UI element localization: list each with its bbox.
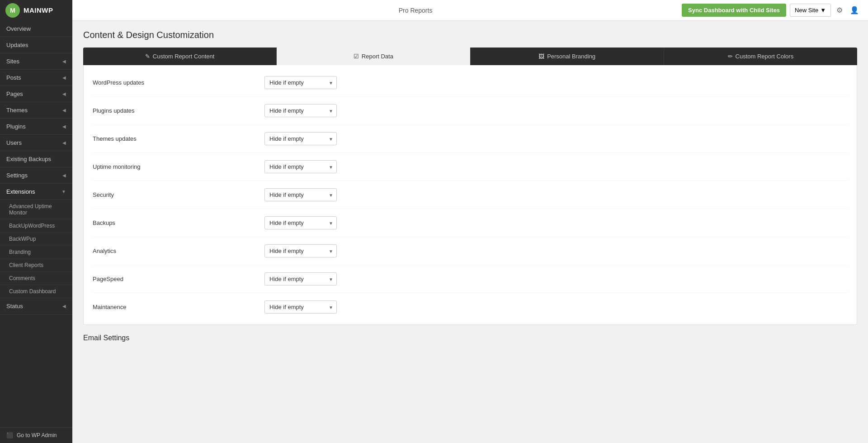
sidebar-label-plugins: Plugins — [6, 123, 26, 130]
settings-icon-button[interactable]: ⚙ — [835, 4, 844, 16]
sidebar-item-updates[interactable]: Updates — [0, 37, 72, 53]
tab-label-report-data: Report Data — [362, 53, 393, 60]
form-row-maintanence: Maintanence Hide if empty Always show Al… — [93, 293, 848, 321]
new-site-button[interactable]: New Site ▼ — [790, 4, 831, 17]
sidebar-sub-item-backwpup[interactable]: BackWPup — [0, 233, 72, 246]
label-themes-updates: Themes updates — [93, 135, 264, 142]
sub-label-client-reports: Client Reports — [9, 262, 43, 268]
themes-arrow-icon: ◀ — [62, 108, 66, 113]
checkbox-icon: ☑ — [354, 53, 359, 60]
sidebar-label-sites: Sites — [6, 58, 19, 65]
sidebar-sub-item-client-reports[interactable]: Client Reports — [0, 259, 72, 272]
select-themes-updates[interactable]: Hide if empty Always show Always hide — [264, 132, 337, 145]
sidebar-item-users[interactable]: Users ◀ — [0, 135, 72, 151]
content-panel: WordPress updates Hide if empty Always s… — [83, 65, 857, 325]
select-wrap-themes-updates: Hide if empty Always show Always hide ▼ — [264, 132, 337, 145]
sidebar-item-sites[interactable]: Sites ◀ — [0, 53, 72, 70]
select-uptime-monitoring[interactable]: Hide if empty Always show Always hide — [264, 160, 337, 173]
select-wordpress-updates[interactable]: Hide if empty Always show Always hide — [264, 76, 337, 89]
sidebar-label-themes: Themes — [6, 107, 28, 114]
sidebar-item-settings[interactable]: Settings ◀ — [0, 167, 72, 184]
sub-label-custom-dashboard: Custom Dashboard — [9, 288, 56, 295]
sidebar-label-existing-backups: Existing Backups — [6, 156, 51, 162]
label-pagespeed: PageSpeed — [93, 276, 264, 282]
logo-area: M MAINWP — [0, 0, 72, 21]
sidebar-item-pages[interactable]: Pages ◀ — [0, 86, 72, 102]
tab-report-data[interactable]: ☑ Report Data — [277, 48, 470, 65]
sidebar-item-overview[interactable]: Overview — [0, 21, 72, 37]
form-row-backups: Backups Hide if empty Always show Always… — [93, 209, 848, 237]
form-row-plugins-updates: Plugins updates Hide if empty Always sho… — [93, 97, 848, 125]
header-page-title: Pro Reports — [322, 7, 433, 14]
select-pagespeed[interactable]: Hide if empty Always show Always hide — [264, 272, 337, 286]
sidebar-label-users: Users — [6, 139, 22, 146]
sidebar-item-status[interactable]: Status ◀ — [0, 298, 72, 314]
form-row-pagespeed: PageSpeed Hide if empty Always show Alwa… — [93, 265, 848, 293]
select-wrap-uptime-monitoring: Hide if empty Always show Always hide ▼ — [264, 160, 337, 173]
mainwp-logo-icon: M — [5, 3, 20, 18]
sidebar-item-posts[interactable]: Posts ◀ — [0, 70, 72, 86]
top-header: M MAINWP Pro Reports Sync Dashboard with… — [0, 0, 868, 21]
sidebar-sub-item-comments[interactable]: Comments — [0, 272, 72, 285]
sidebar-item-extensions[interactable]: Extensions ▼ — [0, 184, 72, 200]
settings-arrow-icon: ◀ — [62, 173, 66, 178]
sidebar-sub-item-backupwordpress[interactable]: BackUpWordPress — [0, 219, 72, 233]
logo-text: MAINWP — [24, 6, 53, 14]
user-icon-button[interactable]: 👤 — [848, 4, 861, 16]
tab-custom-report-content[interactable]: ✎ Custom Report Content — [83, 48, 277, 65]
page-title: Content & Design Customization — [83, 30, 857, 40]
plugins-arrow-icon: ◀ — [62, 124, 66, 129]
label-maintanence: Maintanence — [93, 304, 264, 310]
select-wrap-backups: Hide if empty Always show Always hide ▼ — [264, 216, 337, 229]
pencil-icon: ✎ — [145, 53, 150, 60]
select-security[interactable]: Hide if empty Always show Always hide — [264, 188, 337, 201]
extensions-arrow-icon: ▼ — [61, 189, 66, 194]
select-wrap-maintanence: Hide if empty Always show Always hide ▼ — [264, 300, 337, 314]
form-row-uptime-monitoring: Uptime monitoring Hide if empty Always s… — [93, 153, 848, 181]
email-settings-title: Email Settings — [83, 334, 857, 342]
form-section: WordPress updates Hide if empty Always s… — [84, 65, 857, 324]
form-row-analytics: Analytics Hide if empty Always show Alwa… — [93, 237, 848, 265]
sidebar-label-overview: Overview — [6, 25, 31, 32]
sub-label-backupwordpress: BackUpWordPress — [9, 223, 55, 229]
label-backups: Backups — [93, 219, 264, 226]
status-arrow-icon: ◀ — [62, 304, 66, 309]
sub-label-comments: Comments — [9, 275, 35, 281]
header-right-actions: Sync Dashboard with Child Sites New Site… — [682, 4, 861, 17]
sync-dashboard-button[interactable]: Sync Dashboard with Child Sites — [682, 4, 786, 17]
tabs-bar: ✎ Custom Report Content ☑ Report Data 🖼 … — [83, 48, 857, 65]
wp-admin-label: Go to WP Admin — [17, 432, 57, 438]
sidebar-label-settings: Settings — [6, 172, 28, 179]
new-site-dropdown-icon: ▼ — [820, 7, 826, 14]
form-row-themes-updates: Themes updates Hide if empty Always show… — [93, 125, 848, 153]
sidebar-go-to-wp-admin[interactable]: ⬛ Go to WP Admin — [0, 427, 72, 443]
tab-personal-branding[interactable]: 🖼 Personal Branding — [471, 48, 664, 65]
tab-label-custom-report-content: Custom Report Content — [153, 53, 215, 60]
select-wrap-wordpress-updates: Hide if empty Always show Always hide ▼ — [264, 76, 337, 89]
select-plugins-updates[interactable]: Hide if empty Always show Always hide — [264, 104, 337, 117]
tab-custom-report-colors[interactable]: ✏ Custom Report Colors — [664, 48, 857, 65]
sidebar-item-themes[interactable]: Themes ◀ — [0, 102, 72, 119]
sidebar-sub-item-advanced-uptime[interactable]: Advanced Uptime Monitor — [0, 200, 72, 219]
select-backups[interactable]: Hide if empty Always show Always hide — [264, 216, 337, 229]
select-analytics[interactable]: Hide if empty Always show Always hide — [264, 244, 337, 257]
sidebar-label-extensions: Extensions — [6, 188, 35, 195]
new-site-label: New Site — [795, 7, 818, 14]
form-row-security: Security Hide if empty Always show Alway… — [93, 181, 848, 209]
sidebar-item-plugins[interactable]: Plugins ◀ — [0, 119, 72, 135]
sub-label-branding: Branding — [9, 249, 31, 255]
sidebar-sub-item-custom-dashboard[interactable]: Custom Dashboard — [0, 285, 72, 298]
sites-arrow-icon: ◀ — [62, 59, 66, 64]
sidebar-label-posts: Posts — [6, 74, 21, 81]
sub-label-advanced-uptime: Advanced Uptime Monitor — [9, 203, 52, 216]
select-wrap-plugins-updates: Hide if empty Always show Always hide ▼ — [264, 104, 337, 117]
sub-label-backwpup: BackWPup — [9, 236, 36, 242]
label-analytics: Analytics — [93, 248, 264, 254]
paintbrush-icon: ✏ — [728, 53, 733, 60]
sidebar-item-existing-backups[interactable]: Existing Backups — [0, 151, 72, 167]
sidebar-label-pages: Pages — [6, 91, 23, 97]
sidebar-label-status: Status — [6, 303, 23, 310]
select-maintanence[interactable]: Hide if empty Always show Always hide — [264, 300, 337, 314]
sidebar-sub-item-branding[interactable]: Branding — [0, 246, 72, 259]
image-icon: 🖼 — [538, 53, 544, 60]
